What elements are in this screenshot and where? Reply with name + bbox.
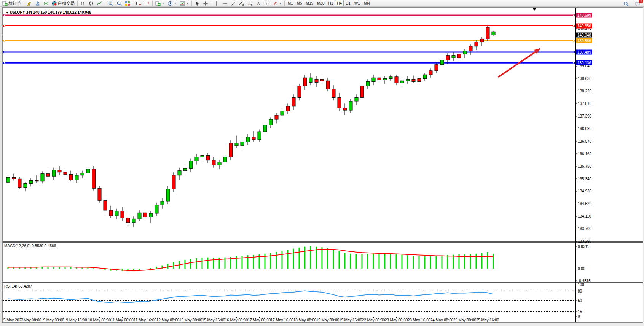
candle-body (46, 174, 50, 176)
macd-bar (99, 269, 100, 269)
line-handle[interactable] (573, 62, 575, 64)
signals-button[interactable] (42, 0, 50, 7)
timeframe-h4[interactable]: H4 (335, 0, 344, 6)
timeframe-h1[interactable]: H1 (326, 0, 335, 6)
svg-text:A: A (257, 1, 260, 6)
rsi-pane[interactable] (3, 283, 575, 317)
timeframe-mn[interactable]: MN (362, 0, 372, 6)
channel-icon: E (239, 1, 244, 6)
timeframe-m15[interactable]: M15 (304, 0, 315, 6)
dropdown-caret-icon: ▼ (162, 2, 164, 5)
macd-bar (202, 258, 203, 269)
candle-body (469, 46, 472, 51)
date-axis-label: 10 May 08:00 (88, 318, 111, 322)
price-level-tag: 140.356 (576, 23, 592, 28)
candlestick-chart-button[interactable] (87, 0, 96, 7)
candle-body (366, 82, 370, 86)
macd-bar (70, 267, 72, 268)
line-handle[interactable] (3, 14, 5, 16)
price-axis-tick: 136.570 (578, 139, 591, 143)
templates-button[interactable]: ▼ (178, 0, 190, 7)
chart-shift-marker[interactable] (533, 8, 536, 11)
auto-arrange-button[interactable] (143, 0, 151, 7)
text-button[interactable]: A (254, 0, 263, 7)
candle-body (81, 173, 84, 175)
macd-bar (356, 254, 357, 269)
search-button[interactable] (622, 0, 630, 7)
line-handle[interactable] (573, 14, 575, 16)
periods-button[interactable]: ▼ (166, 0, 178, 7)
arrow-shape-icon (273, 1, 278, 6)
date-axis-label: 16 May 08:00 (225, 318, 248, 322)
zoom-out-button[interactable] (115, 0, 123, 7)
current-price-tag: 140.048 (576, 33, 592, 38)
date-axis-label: 19 May 00:00 (316, 318, 340, 322)
candle-body (183, 168, 187, 170)
candle-body (320, 79, 324, 81)
line-handle[interactable] (3, 25, 5, 27)
candle-body (263, 125, 267, 132)
arrange-charts-button[interactable] (134, 0, 143, 7)
timeframe-m30[interactable]: M30 (315, 0, 326, 6)
candle-body (172, 175, 175, 189)
trendline-button[interactable] (229, 0, 238, 7)
svg-text:E: E (242, 4, 244, 6)
candle-body (309, 78, 312, 82)
arrows-button[interactable]: ▼ (271, 0, 283, 7)
macd-bar (442, 256, 443, 269)
candle-body (486, 27, 489, 39)
macd-bar (265, 254, 266, 269)
text-label-button[interactable]: T (263, 0, 271, 7)
macd-bar (367, 254, 368, 269)
timeframe-m5[interactable]: M5 (295, 0, 304, 6)
candle-body (332, 89, 335, 97)
horizontal-line-button[interactable] (221, 0, 229, 7)
bar-chart-button[interactable] (79, 0, 87, 7)
vertical-line-button[interactable] (212, 0, 221, 7)
candle-body (440, 60, 444, 65)
autotrading-button[interactable]: 自动交易 (50, 0, 76, 7)
candle-body (326, 81, 330, 89)
candle-body (252, 137, 255, 140)
rsi-indicator-label: RSI(14) 69.4287 (4, 284, 32, 288)
notifications-button[interactable]: 1 (633, 0, 642, 7)
line-handle[interactable] (573, 25, 575, 27)
macd-bar (436, 256, 437, 269)
crosshair-button[interactable] (201, 0, 210, 7)
candle-body (206, 156, 210, 160)
community-button[interactable] (33, 0, 42, 7)
candle-body (315, 79, 318, 82)
macd-axis-tick: -0.4515 (578, 278, 591, 283)
line-chart-button[interactable] (96, 0, 104, 7)
candle-body (292, 97, 295, 106)
line-handle[interactable] (573, 51, 575, 53)
new-order-button[interactable]: 新订单 (1, 0, 22, 7)
fibonacci-button[interactable]: F (246, 0, 254, 7)
date-axis[interactable]: 5 May 20238 May 08:009 May 00:009 May 16… (3, 317, 643, 322)
line-handle[interactable] (3, 51, 5, 53)
timeframe-m1[interactable]: M1 (286, 0, 295, 6)
indicators-button[interactable]: ▼ (154, 0, 166, 7)
zoom-in-button[interactable] (107, 0, 115, 7)
line-handle[interactable] (3, 62, 5, 64)
candle-body (412, 79, 415, 81)
svg-text:T: T (266, 2, 268, 5)
rsi-axis-tick: 80 (578, 289, 582, 293)
cursor-button[interactable] (193, 0, 201, 7)
timeframe-d1[interactable]: D1 (344, 0, 352, 6)
macd-pane[interactable] (3, 243, 575, 282)
macd-bar (270, 253, 271, 269)
line-handle[interactable] (3, 40, 5, 41)
candle-body (446, 56, 450, 60)
candle-body (92, 169, 96, 188)
timeframe-w1[interactable]: W1 (352, 0, 362, 6)
tile-windows-button[interactable] (123, 0, 132, 7)
date-axis-label: 8 May 08:00 (20, 318, 41, 322)
rsi-axis-tick: 50 (578, 298, 582, 302)
price-chart-pane[interactable] (3, 8, 575, 241)
date-axis-label: 15 May 16:00 (202, 318, 225, 322)
styler-button[interactable] (25, 0, 33, 7)
equidistant-channel-button[interactable]: E (238, 0, 246, 7)
dropdown-caret-icon: ▼ (186, 2, 189, 5)
line-handle[interactable] (573, 40, 575, 41)
